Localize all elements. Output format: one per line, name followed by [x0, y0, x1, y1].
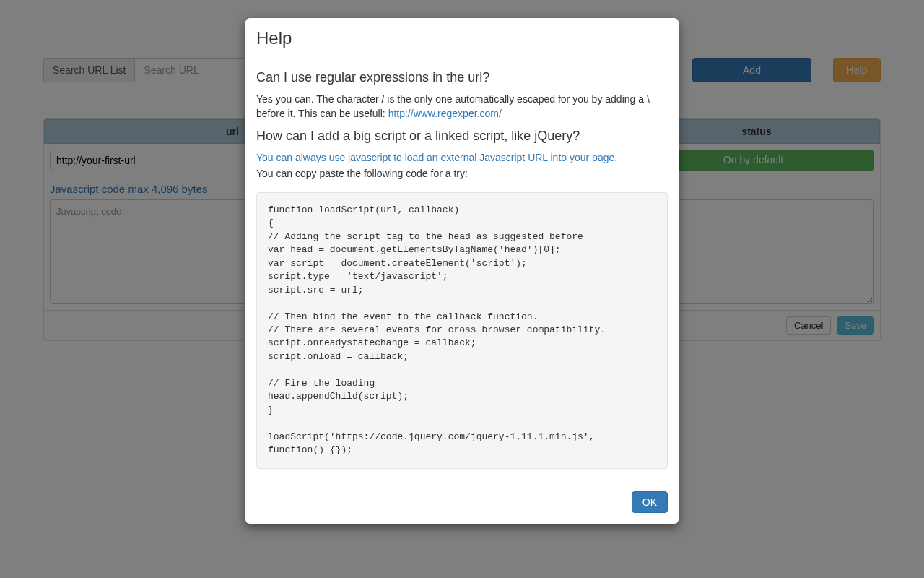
modal-header: Help [245, 18, 679, 59]
modal-title: Help [256, 29, 668, 48]
help-modal: Help Can I use regular expressions in th… [245, 18, 679, 524]
code-sample[interactable]: function loadScript(url, callback) { // … [256, 192, 668, 469]
help-q1: Can I use regular expressions in the url… [256, 70, 668, 85]
regexper-link[interactable]: http://www.regexper.com/ [388, 108, 502, 119]
load-external-link[interactable]: You can always use javascript to load an… [256, 152, 617, 163]
help-q2: How can I add a big script or a linked s… [256, 129, 668, 144]
modal-footer: OK [245, 480, 679, 524]
help-a1: Yes you can. The character / is the only… [256, 92, 668, 121]
modal-body: Can I use regular expressions in the url… [245, 59, 679, 479]
ok-button[interactable]: OK [632, 491, 668, 513]
help-a2-text: You can copy paste the following code fo… [256, 167, 668, 181]
